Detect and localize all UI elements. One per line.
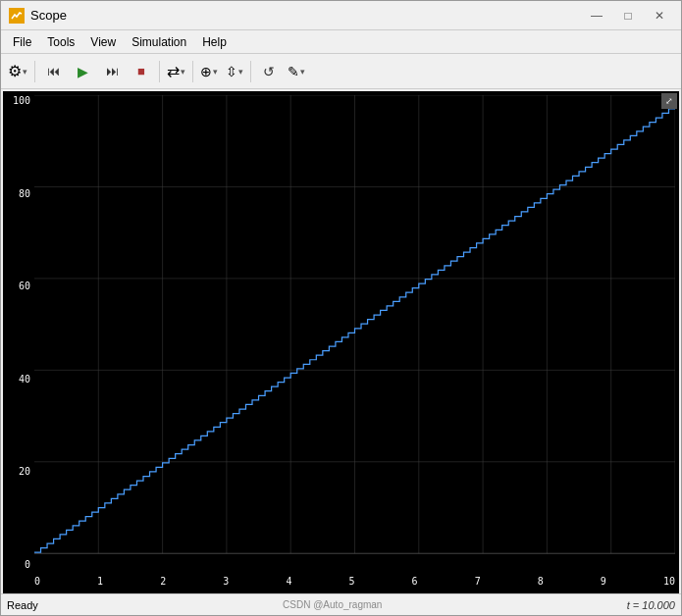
- separator-3: [192, 61, 193, 82]
- settings-dropdown[interactable]: ⚙ ▾: [5, 58, 30, 85]
- pen-dropdown[interactable]: ✎ ▾: [285, 58, 308, 85]
- window-controls: — □ ✕: [583, 6, 673, 26]
- sim-settings-dropdown[interactable]: ⇄ ▾: [164, 58, 188, 85]
- main-window: Scope — □ ✕ File Tools View Simulation H…: [0, 0, 682, 616]
- separator-4: [250, 61, 251, 82]
- menu-help[interactable]: Help: [194, 30, 235, 53]
- maximize-button[interactable]: □: [614, 6, 642, 26]
- rewind-icon: ⏮: [47, 64, 60, 78]
- plot-area[interactable]: ⤢ 0 20 40 60 80 100: [3, 91, 679, 593]
- run-icon: ▶: [78, 64, 88, 79]
- gear-icon: ⚙: [8, 62, 22, 80]
- chart-svg: [34, 95, 675, 574]
- sim-arrow-icon: ▾: [181, 67, 185, 77]
- separator-1: [34, 61, 35, 82]
- close-button[interactable]: ✕: [646, 6, 673, 26]
- status-ready: Ready: [7, 599, 38, 611]
- status-time: t = 10.000: [627, 599, 675, 611]
- y-label-20: 20: [5, 466, 30, 477]
- y-label-80: 80: [5, 188, 30, 199]
- y-label-60: 60: [5, 281, 30, 291]
- toolbar: ⚙ ▾ ⏮ ▶ ⏭ ■ ⇄ ▾ ⊕ ▾ ⇳ ▾ ↺: [1, 54, 681, 89]
- sim-settings-icon: ⇄: [167, 62, 180, 80]
- y-label-0: 0: [5, 559, 30, 570]
- zoom-arrow-icon: ▾: [213, 67, 218, 77]
- x-label-4: 4: [286, 576, 291, 591]
- pen-arrow-icon: ▾: [300, 67, 305, 77]
- x-label-2: 2: [160, 576, 166, 591]
- x-label-7: 7: [475, 576, 481, 591]
- rewind-button[interactable]: ⏮: [39, 58, 67, 85]
- chart-canvas: [34, 95, 675, 574]
- cursor-icon: ↺: [263, 64, 275, 79]
- x-label-8: 8: [538, 576, 544, 591]
- title-bar: Scope — □ ✕: [1, 1, 681, 30]
- fit-icon: ⇳: [226, 64, 237, 79]
- x-label-0: 0: [34, 576, 40, 591]
- x-axis-labels: 0 1 2 3 4 5 6 7 8 9 10: [34, 576, 675, 591]
- y-label-100: 100: [5, 95, 30, 106]
- x-label-5: 5: [348, 576, 354, 591]
- menu-file[interactable]: File: [5, 30, 39, 53]
- y-axis-labels: 0 20 40 60 80 100: [5, 91, 32, 574]
- menu-view[interactable]: View: [82, 30, 124, 53]
- expand-button[interactable]: ⤢: [661, 93, 677, 109]
- x-label-3: 3: [223, 576, 229, 591]
- cursor-button[interactable]: ↺: [255, 58, 283, 85]
- app-icon: [9, 8, 25, 24]
- x-label-9: 9: [601, 576, 606, 591]
- zoom-icon: ⊕: [200, 64, 212, 79]
- fit-dropdown[interactable]: ⇳ ▾: [223, 58, 246, 85]
- watermark: CSDN @Auto_ragman: [283, 599, 382, 610]
- stop-button[interactable]: ■: [128, 58, 155, 85]
- pen-icon: ✎: [288, 64, 299, 79]
- x-label-6: 6: [412, 576, 418, 591]
- separator-2: [159, 61, 160, 82]
- minimize-button[interactable]: —: [583, 6, 610, 26]
- step-icon: ⏭: [106, 64, 119, 78]
- step-button[interactable]: ⏭: [98, 58, 126, 85]
- zoom-dropdown[interactable]: ⊕ ▾: [197, 58, 221, 85]
- menu-bar: File Tools View Simulation Help: [1, 30, 681, 54]
- window-title: Scope: [30, 8, 583, 23]
- x-label-1: 1: [97, 576, 103, 591]
- fit-arrow-icon: ▾: [238, 67, 243, 77]
- gear-arrow-icon: ▾: [23, 67, 27, 77]
- status-bar: Ready CSDN @Auto_ragman t = 10.000: [1, 593, 681, 615]
- stop-icon: ■: [137, 64, 145, 78]
- y-label-40: 40: [5, 374, 30, 385]
- x-label-10: 10: [663, 576, 675, 591]
- menu-tools[interactable]: Tools: [39, 30, 82, 53]
- run-button[interactable]: ▶: [69, 58, 96, 85]
- menu-simulation[interactable]: Simulation: [124, 30, 194, 53]
